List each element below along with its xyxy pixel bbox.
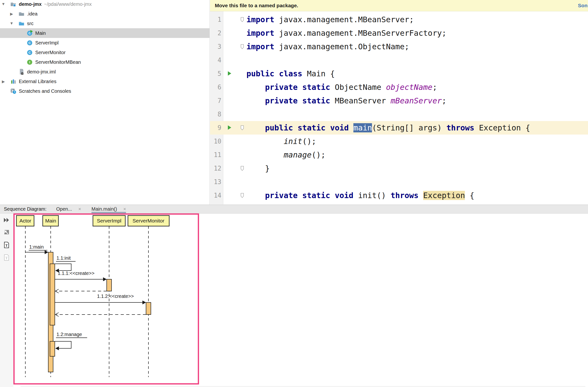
message-init-label[interactable]: 1.1:init [57, 255, 71, 261]
sequence-diagram-toolwindow-header: Sequence Diagram: Open... × Main.main() … [0, 205, 588, 214]
panel-edge-line [21, 386, 585, 387]
tree-item-serverimpl[interactable]: CServerImpl [0, 38, 210, 47]
code-line-3[interactable]: 3import javax.management.ObjectName; [210, 40, 588, 53]
class-icon: C [26, 49, 33, 56]
fold-gutter-icon[interactable] [240, 44, 244, 50]
text-document-disabled-icon[interactable]: T [3, 254, 10, 261]
tree-item-external-libraries[interactable]: ▶External Libraries [0, 77, 210, 86]
iml-file-icon [18, 68, 25, 75]
code-line-12[interactable]: 12 } [210, 162, 588, 175]
code-text: public class Main { [247, 67, 335, 80]
fold-gutter-icon[interactable] [240, 166, 244, 172]
sequence-diagram-canvas[interactable]: Actor Main ServerImpl ServerMonitor 1:ma… [13, 213, 199, 385]
tree-item-label: ServerMonitor [35, 50, 66, 55]
lifelines [25, 226, 148, 377]
tree-item-servermonitor[interactable]: CServerMonitor [0, 47, 210, 57]
tab-main-main[interactable]: Main.main() × [91, 205, 126, 213]
activation-init [50, 264, 55, 325]
tab-main-main-close-icon[interactable]: × [123, 206, 126, 212]
message-create1-arrowhead [103, 277, 107, 281]
chevron-right-icon[interactable]: ▶ [9, 12, 14, 16]
code-line-6[interactable]: 6 private static ObjectName objectName; [210, 80, 588, 94]
export-icon[interactable] [3, 229, 10, 236]
activation-manage [50, 341, 55, 356]
fast-forward-icon[interactable] [3, 217, 10, 224]
editor-notification-banner: Move this file to a named package. Son [210, 0, 588, 11]
code-line-4[interactable]: 4 [210, 53, 588, 67]
message-main-arrowhead [45, 250, 48, 254]
code-line-2[interactable]: 2import javax.management.MBeanServerFact… [210, 26, 588, 40]
chevron-down-icon[interactable]: ▼ [9, 21, 14, 26]
message-create2-arrowhead [142, 300, 146, 304]
interface-icon: I [26, 59, 33, 65]
tree-item-label: ServerImpl [35, 40, 59, 46]
tree-item-demo-jmx-iml[interactable]: demo-jmx.iml [0, 67, 210, 77]
code-area[interactable]: 1import javax.management.MBeanServer;2im… [210, 11, 588, 204]
run-gutter-icon[interactable] [227, 71, 231, 77]
code-text: public static void main(String[] args) t… [247, 121, 530, 135]
text-document-icon[interactable]: T [3, 242, 10, 248]
banner-action-link[interactable]: Son [578, 3, 588, 8]
code-text: import javax.management.MBeanServerFacto… [247, 26, 446, 40]
sequence-diagram-panel: T T Actor [0, 214, 588, 387]
message-manage-label[interactable]: 1.2:manage [57, 332, 82, 337]
message-create1-return-arrowhead [55, 289, 59, 293]
code-line-1[interactable]: 1import javax.management.MBeanServer; [210, 13, 588, 26]
code-line-11[interactable]: 11 manage(); [210, 148, 588, 162]
class-run-icon: C [26, 30, 33, 36]
code-text: manage(); [247, 148, 326, 162]
activation-servermonitor [146, 302, 151, 315]
line-number: 2 [210, 26, 221, 40]
tree-item-main[interactable]: CMain [0, 28, 210, 38]
folder-icon [18, 11, 25, 17]
line-number: 8 [210, 108, 221, 121]
code-line-10[interactable]: 10 init(); [210, 135, 588, 148]
tree-item-label: .idea [27, 11, 37, 17]
message-main-label[interactable]: 1:main [29, 244, 44, 250]
code-editor[interactable]: Move this file to a named package. Son 1… [210, 0, 588, 205]
code-line-13[interactable]: 13 [210, 175, 588, 189]
code-text: import javax.management.ObjectName; [247, 40, 409, 53]
code-text: private static MBeanServer mBeanServer; [247, 94, 446, 108]
scratches-icon [10, 88, 16, 94]
tree-item-label: src [27, 21, 34, 26]
chevron-down-icon[interactable]: ▼ [1, 2, 6, 6]
tab-open[interactable]: Open... × [56, 205, 81, 213]
project-path: ~/pdai/www/demo-jmx [44, 1, 91, 7]
tree-item-servermonitormbean[interactable]: IServerMonitorMBean [0, 57, 210, 67]
code-line-8[interactable]: 8 [210, 108, 588, 121]
fold-gutter-icon[interactable] [240, 17, 244, 23]
message-create2-label[interactable]: 1.1.2:<<create>> [97, 294, 134, 299]
line-number: 7 [210, 94, 221, 108]
tree-item-src[interactable]: ▼src [0, 19, 210, 28]
run-gutter-icon[interactable] [227, 125, 231, 131]
tree-item-scratches-and-consoles[interactable]: Scratches and Consoles [0, 86, 210, 96]
svg-text:T: T [5, 244, 8, 247]
code-line-7[interactable]: 7 private static MBeanServer mBeanServer… [210, 94, 588, 108]
code-line-5[interactable]: 5public class Main { [210, 67, 588, 80]
ide-window: ▼demo-jmx~/pdai/www/demo-jmx▶.idea▼srcCM… [0, 0, 588, 387]
code-line-14[interactable]: 14 private static void init() throws Exc… [210, 189, 588, 202]
project-tree-panel[interactable]: ▼demo-jmx~/pdai/www/demo-jmx▶.idea▼srcCM… [0, 0, 210, 205]
tree-item-label: External Libraries [19, 79, 57, 84]
svg-text:C: C [28, 51, 31, 54]
fold-gutter-icon[interactable] [240, 125, 244, 131]
diagram-selection-border [14, 214, 198, 384]
participant-boxes: Actor Main ServerImpl ServerMonitor [16, 215, 169, 226]
line-number: 14 [210, 189, 221, 202]
line-number: 13 [210, 175, 221, 189]
activation-bars [48, 252, 151, 372]
tree-item--idea[interactable]: ▶.idea [0, 9, 210, 19]
code-line-9[interactable]: 9 public static void main(String[] args)… [210, 121, 588, 135]
src-folder-icon [18, 20, 25, 26]
message-create1-label[interactable]: 1.1.1:<<create>> [58, 271, 94, 276]
tab-open-close-icon[interactable]: × [78, 206, 81, 212]
chevron-right-icon[interactable]: ▶ [1, 79, 6, 84]
line-number: 3 [210, 40, 221, 53]
line-number: 4 [210, 53, 221, 67]
tab-open-label: Open... [56, 206, 72, 212]
fold-gutter-icon[interactable] [240, 193, 244, 199]
svg-text:T: T [5, 256, 8, 260]
message-manage-arrowhead [55, 346, 59, 350]
tree-item-demo-jmx[interactable]: ▼demo-jmx~/pdai/www/demo-jmx [0, 0, 210, 9]
